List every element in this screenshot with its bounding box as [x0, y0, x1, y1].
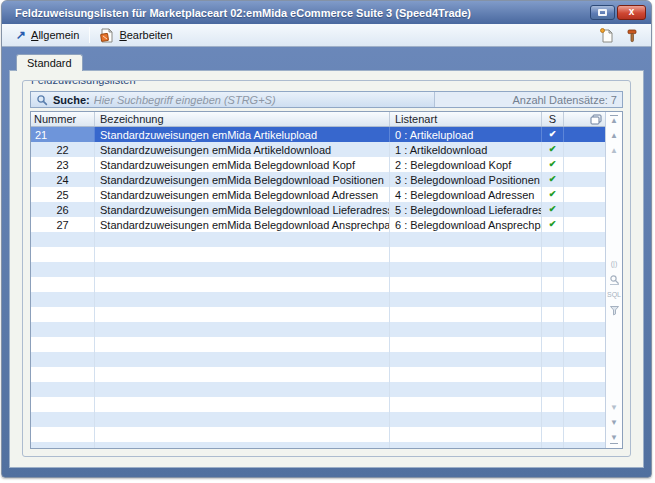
cell-bezeichnung: Standardzuweisungen emMida Belegdownload… — [95, 202, 390, 217]
cell-nummer: 26 — [31, 202, 95, 217]
window-title: Feldzuweisungslisten für Marketplaceart … — [15, 7, 590, 19]
sql-icon[interactable]: SQL — [607, 291, 621, 299]
empty-row — [31, 352, 605, 367]
filter-icon[interactable] — [609, 305, 620, 316]
scroll-up-page-icon[interactable]: ▲ — [610, 147, 618, 155]
maximize-button[interactable] — [590, 5, 615, 20]
check-icon: ✔ — [549, 175, 557, 184]
scroll-to-top-icon[interactable]: ▲ — [610, 115, 618, 125]
column-header-bezeichnung[interactable]: Bezeichnung — [95, 112, 390, 126]
table-row[interactable]: 22 Standardzuweisungen emMida Artikeldow… — [31, 142, 605, 157]
scroll-down-icon[interactable]: ▼ — [610, 419, 618, 427]
zoom-icon[interactable] — [609, 274, 620, 285]
cell-nummer: 25 — [31, 187, 95, 202]
cell-bezeichnung: Standardzuweisungen emMida Belegdownload… — [95, 172, 390, 187]
grid-side-strip: ▲ ▲ ▲ (|) SQL — [605, 112, 622, 448]
empty-row — [31, 337, 605, 352]
cell-bezeichnung: Standardzuweisungen emMida Belegdownload… — [95, 217, 390, 232]
feldzuweisungslisten-groupbox: Feldzuweisungslisten Suche: Anzahl Daten… — [22, 80, 631, 457]
cell-bezeichnung: Standardzuweisungen emMida Artikelupload — [95, 127, 390, 142]
cell-nummer: 23 — [31, 157, 95, 172]
table-row[interactable]: 27 Standardzuweisungen emMida Belegdownl… — [31, 217, 605, 232]
grid-table: Nummer Bezeichnung Listenart S 21 — [31, 112, 605, 448]
scroll-to-bottom-icon[interactable]: ▼ — [610, 434, 618, 444]
titlebar[interactable]: Feldzuweisungslisten für Marketplaceart … — [2, 1, 651, 24]
empty-row — [31, 232, 605, 247]
check-icon: ✔ — [549, 160, 557, 169]
empty-row — [31, 292, 605, 307]
hammer-icon[interactable] — [625, 28, 639, 43]
empty-row — [31, 382, 605, 397]
cell-bezeichnung: Standardzuweisungen emMida Belegdownload… — [95, 187, 390, 202]
grid-header-row: Nummer Bezeichnung Listenart S — [31, 112, 605, 127]
bearbeiten-button[interactable]: Bearbeiten — [95, 26, 177, 45]
empty-row — [31, 262, 605, 277]
close-button[interactable]: x — [617, 5, 646, 20]
cell-listenart: 1 : Artikeldownload — [390, 142, 542, 157]
cell-listenart: 5 : Belegdownload Lieferadressen — [390, 202, 542, 217]
check-icon: ✔ — [549, 205, 557, 214]
grid-rows: 21 Standardzuweisungen emMida Artikelupl… — [31, 127, 605, 448]
table-row[interactable]: 23 Standardzuweisungen emMida Belegdownl… — [31, 157, 605, 172]
cell-bezeichnung: Standardzuweisungen emMida Artikeldownlo… — [95, 142, 390, 157]
empty-row — [31, 397, 605, 412]
grid-tools-group: (|) SQL — [606, 260, 622, 316]
scroll-up-icon[interactable]: ▲ — [610, 132, 618, 140]
cell-nummer: 22 — [31, 142, 95, 157]
scroll-down-page-icon[interactable]: ▼ — [610, 404, 618, 412]
cell-listenart: 6 : Belegdownload Ansprechpartner — [390, 217, 542, 232]
search-bar: Suche: Anzahl Datensätze: 7 — [30, 91, 623, 108]
empty-row — [31, 412, 605, 427]
tab-standard[interactable]: Standard — [16, 54, 83, 71]
empty-row — [31, 442, 605, 448]
allgemein-button[interactable]: ↗ Allgemein — [11, 27, 84, 43]
data-grid: Nummer Bezeichnung Listenart S 21 — [30, 111, 623, 449]
column-header-s[interactable]: S — [542, 112, 564, 126]
maximize-icon — [598, 9, 607, 16]
table-row[interactable]: 24 Standardzuweisungen emMida Belegdownl… — [31, 172, 605, 187]
tab-strip: Standard — [9, 54, 644, 70]
app-window: Feldzuweisungslisten für Marketplaceart … — [1, 0, 652, 478]
record-count: Anzahl Datensätze: 7 — [434, 92, 622, 107]
cell-nummer: 27 — [31, 217, 95, 232]
empty-row — [31, 247, 605, 262]
check-icon: ✔ — [549, 220, 557, 229]
table-row[interactable]: 21 Standardzuweisungen emMida Artikelupl… — [31, 127, 605, 142]
scroll-up-group: ▲ ▲ ▲ — [606, 115, 622, 155]
table-row[interactable]: 25 Standardzuweisungen emMida Belegdownl… — [31, 187, 605, 202]
column-width-icon[interactable]: (|) — [611, 260, 617, 268]
toolbar-separator — [89, 27, 90, 43]
scroll-down-group: ▼ ▼ ▼ — [606, 404, 622, 444]
groupbox-label: Feldzuweisungslisten — [28, 80, 139, 86]
table-row[interactable]: 26 Standardzuweisungen emMida Belegdownl… — [31, 202, 605, 217]
empty-row — [31, 277, 605, 292]
allgemein-label: Allgemein — [31, 29, 79, 41]
cell-nummer: 24 — [31, 172, 95, 187]
search-label: Suche: — [53, 94, 90, 106]
cell-listenart: 4 : Belegdownload Adressen — [390, 187, 542, 202]
search-input[interactable] — [94, 93, 434, 106]
cell-listenart: 2 : Belegdownload Kopf — [390, 157, 542, 172]
bearbeiten-label: Bearbeiten — [119, 29, 172, 41]
search-icon — [36, 94, 48, 106]
north-east-arrow-icon: ↗ — [16, 30, 26, 40]
column-header-listenart[interactable]: Listenart — [390, 112, 542, 126]
window-controls: x — [590, 5, 646, 20]
cell-bezeichnung: Standardzuweisungen emMida Belegdownload… — [95, 157, 390, 172]
column-chooser-icon[interactable] — [590, 114, 602, 125]
toolbar-right-group — [600, 28, 642, 43]
cell-nummer: 21 — [31, 127, 95, 142]
toolbar: ↗ Allgemein Bearbeiten — [2, 24, 651, 47]
new-document-icon[interactable] — [600, 28, 614, 43]
check-icon: ✔ — [549, 145, 557, 154]
content-panel: Feldzuweisungslisten Suche: Anzahl Daten… — [9, 70, 644, 468]
cell-listenart: 0 : Artikelupload — [390, 127, 542, 142]
edit-document-icon — [100, 28, 114, 43]
cell-listenart: 3 : Belegdownload Positionen — [390, 172, 542, 187]
empty-row — [31, 322, 605, 337]
empty-row — [31, 307, 605, 322]
check-icon: ✔ — [549, 190, 557, 199]
empty-row — [31, 427, 605, 442]
column-header-nummer[interactable]: Nummer — [31, 112, 95, 126]
check-icon: ✔ — [549, 130, 557, 139]
